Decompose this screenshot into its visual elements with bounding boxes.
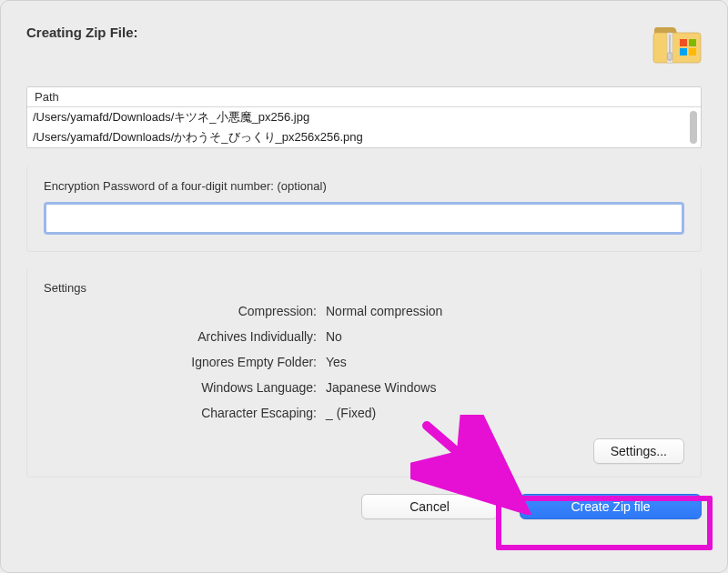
svg-rect-0 — [653, 33, 701, 63]
path-rows: /Users/yamafd/Downloads/キツネ_小悪魔_px256.jp… — [27, 107, 701, 147]
settings-grid: Compression: Normal compression Archives… — [44, 304, 684, 420]
path-column-header[interactable]: Path — [27, 87, 701, 107]
password-field-wrap — [44, 202, 684, 235]
create-zip-button[interactable]: Create Zip file — [520, 494, 702, 519]
dialog-window: Creating Zip File: — [0, 0, 728, 573]
footer-row: Cancel Create Zip file — [26, 494, 702, 519]
setting-label-compression: Compression: — [44, 304, 317, 318]
scrollbar-thumb[interactable] — [690, 111, 697, 144]
password-label: Encryption Password of a four-digit numb… — [44, 179, 684, 193]
setting-label-windows-language: Windows Language: — [44, 380, 317, 395]
path-row[interactable]: /Users/yamafd/Downloads/かわうそ_びっくり_px256x… — [27, 127, 684, 147]
setting-value-windows-language: Japanese Windows — [326, 380, 684, 395]
settings-button[interactable]: Settings... — [593, 438, 684, 464]
password-group: Encryption Password of a four-digit numb… — [26, 166, 702, 252]
svg-rect-5 — [689, 39, 696, 46]
setting-label-archives-indiv: Archives Individually: — [44, 329, 317, 344]
svg-rect-4 — [680, 39, 687, 46]
setting-label-ignores-empty: Ignores Empty Folder: — [44, 355, 317, 369]
svg-rect-3 — [668, 53, 672, 60]
path-listbox[interactable]: Path /Users/yamafd/Downloads/キツネ_小悪魔_px2… — [26, 86, 702, 148]
winzip-folder-icon — [652, 25, 702, 65]
path-row[interactable]: /Users/yamafd/Downloads/キツネ_小悪魔_px256.jp… — [27, 107, 684, 127]
svg-rect-7 — [689, 48, 696, 55]
header-row: Creating Zip File: — [26, 25, 702, 65]
setting-label-char-escaping: Character Escaping: — [44, 406, 317, 420]
setting-value-char-escaping: _ (Fixed) — [326, 406, 684, 420]
setting-value-compression: Normal compression — [326, 304, 684, 318]
settings-button-row: Settings... — [44, 438, 684, 464]
settings-legend: Settings — [44, 281, 684, 295]
setting-value-ignores-empty: Yes — [326, 355, 684, 369]
password-input[interactable] — [50, 206, 678, 230]
cancel-button[interactable]: Cancel — [361, 494, 498, 519]
setting-value-archives-indiv: No — [326, 329, 684, 344]
window-title: Creating Zip File: — [26, 25, 138, 40]
settings-group: Settings Compression: Normal compression… — [26, 268, 702, 478]
svg-rect-6 — [680, 48, 687, 55]
